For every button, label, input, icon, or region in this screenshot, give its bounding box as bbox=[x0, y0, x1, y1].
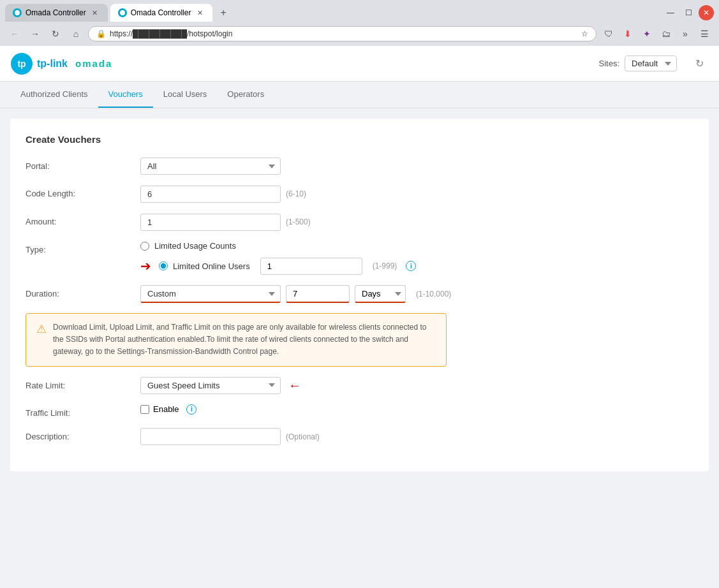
minimize-button[interactable]: — bbox=[663, 5, 678, 20]
nav-actions: 🛡 ⬇ ✦ 🗂 » ☰ bbox=[600, 26, 713, 42]
tp-link-logo: tp tp-link bbox=[10, 52, 68, 75]
tab-1-close[interactable]: ✕ bbox=[90, 8, 100, 18]
type-option2-input[interactable] bbox=[260, 258, 362, 275]
amount-input[interactable] bbox=[140, 214, 281, 231]
amount-row: Amount: (1-500) bbox=[26, 213, 693, 231]
tab-2-close[interactable]: ✕ bbox=[195, 8, 205, 18]
wallet-icon[interactable]: 🗂 bbox=[658, 26, 674, 42]
back-button[interactable]: ← bbox=[6, 26, 23, 42]
rate-limit-label: Rate Limit: bbox=[26, 377, 140, 390]
address-bar[interactable]: 🔒 https://██████████/hotspot/login ☆ bbox=[88, 26, 597, 41]
code-length-hint: (6-10) bbox=[286, 185, 306, 203]
tab-1-icon bbox=[13, 8, 22, 17]
duration-control: Custom Days (1-10,000) bbox=[140, 285, 693, 303]
nav-bar: ← → ↻ ⌂ 🔒 https://██████████/hotspot/log… bbox=[0, 22, 719, 46]
rate-limit-arrow: ← bbox=[288, 378, 308, 393]
tab-2[interactable]: Omada Controller ✕ bbox=[110, 4, 213, 22]
rate-limit-control: Guest Speed Limits ← bbox=[140, 377, 693, 394]
shield-icon[interactable]: 🛡 bbox=[600, 26, 617, 42]
tab-2-icon bbox=[118, 8, 127, 17]
app-header: tp tp-link omada Sites: Default ↻ bbox=[0, 46, 719, 82]
description-hint: (Optional) bbox=[286, 428, 320, 446]
home-button[interactable]: ⌂ bbox=[68, 26, 84, 42]
tab-local-users[interactable]: Local Users bbox=[153, 82, 218, 108]
type-option1-label: Limited Usage Counts bbox=[154, 241, 236, 251]
type-option1-radio[interactable] bbox=[140, 242, 149, 251]
extension-icon[interactable]: ✦ bbox=[639, 26, 655, 42]
type-radio-group: Limited Usage Counts ➔ Limited Online Us… bbox=[140, 241, 693, 275]
download-icon[interactable]: ⬇ bbox=[619, 26, 636, 42]
browser-chrome: Omada Controller ✕ Omada Controller ✕ + … bbox=[0, 0, 719, 46]
type-info-icon[interactable]: i bbox=[406, 261, 416, 271]
portal-label: Portal: bbox=[26, 158, 140, 171]
sites-area: Sites: Default ↻ bbox=[598, 54, 709, 73]
rate-limit-row: Rate Limit: Guest Speed Limits ← bbox=[26, 377, 693, 394]
sites-label: Sites: bbox=[598, 59, 619, 68]
traffic-limit-label: Traffic Limit: bbox=[26, 404, 140, 418]
description-input[interactable] bbox=[140, 428, 281, 445]
traffic-info-icon[interactable]: i bbox=[186, 404, 196, 415]
duration-label: Duration: bbox=[26, 285, 140, 298]
tab-vouchers[interactable]: Vouchers bbox=[98, 82, 153, 108]
tab-1[interactable]: Omada Controller ✕ bbox=[5, 4, 108, 22]
portal-control: All bbox=[140, 158, 693, 175]
description-label: Description: bbox=[26, 428, 140, 441]
tab-1-label: Omada Controller bbox=[26, 8, 86, 17]
svg-point-1 bbox=[120, 10, 125, 15]
svg-point-0 bbox=[15, 10, 20, 15]
menu-icon[interactable]: ☰ bbox=[696, 26, 713, 42]
code-length-control: (6-10) bbox=[140, 185, 693, 203]
svg-text:tp: tp bbox=[17, 59, 26, 69]
type-option2-label: Limited Online Users bbox=[173, 261, 250, 271]
type-option2-radio[interactable] bbox=[159, 261, 168, 270]
close-button[interactable]: ✕ bbox=[699, 5, 714, 20]
portal-row: Portal: All bbox=[26, 158, 693, 175]
description-row: Description: (Optional) bbox=[26, 428, 693, 446]
window-controls: — ☐ ✕ bbox=[663, 5, 714, 20]
duration-controls: Custom Days (1-10,000) bbox=[140, 285, 693, 303]
sites-select[interactable]: Default bbox=[625, 55, 677, 71]
code-length-row: Code Length: (6-10) bbox=[26, 185, 693, 203]
type-row: Type: Limited Usage Counts ➔ Limited Onl… bbox=[26, 241, 693, 275]
reload-button[interactable]: ↻ bbox=[47, 26, 64, 42]
traffic-limit-enable-label: Enable bbox=[153, 404, 179, 414]
type-option2-row: ➔ Limited Online Users (1-999) i bbox=[140, 257, 693, 275]
code-length-label: Code Length: bbox=[26, 185, 140, 198]
main-content: Create Vouchers Portal: All Code Length:… bbox=[0, 108, 719, 588]
warning-text: Download Limit, Upload Limit, and Traffi… bbox=[53, 321, 436, 358]
traffic-limit-controls: Enable i bbox=[140, 404, 693, 415]
duration-unit-select[interactable]: Days bbox=[355, 285, 406, 303]
tab-operators[interactable]: Operators bbox=[217, 82, 274, 108]
traffic-limit-control: Enable i bbox=[140, 404, 693, 415]
duration-select[interactable]: Custom bbox=[140, 285, 281, 303]
amount-hint: (1-500) bbox=[286, 213, 311, 231]
warning-box: ⚠ Download Limit, Upload Limit, and Traf… bbox=[26, 313, 447, 367]
bookmark-icon[interactable]: ☆ bbox=[581, 29, 588, 38]
omada-text: omada bbox=[75, 58, 112, 69]
portal-select[interactable]: All bbox=[140, 158, 281, 175]
type-label: Type: bbox=[26, 241, 140, 254]
description-control: (Optional) bbox=[140, 428, 693, 446]
tab-authorized-clients[interactable]: Authorized Clients bbox=[10, 82, 98, 108]
logo-area: tp tp-link omada bbox=[10, 52, 112, 75]
duration-number-input[interactable] bbox=[286, 285, 350, 303]
rate-limit-select[interactable]: Guest Speed Limits bbox=[140, 377, 281, 394]
traffic-limit-checkbox[interactable] bbox=[140, 405, 149, 414]
tabs-nav: Authorized Clients Vouchers Local Users … bbox=[0, 82, 719, 108]
maximize-button[interactable]: ☐ bbox=[681, 5, 696, 20]
amount-control: (1-500) bbox=[140, 213, 693, 231]
forward-button[interactable]: → bbox=[27, 26, 43, 42]
code-length-input[interactable] bbox=[140, 186, 281, 203]
traffic-limit-row: Traffic Limit: Enable i bbox=[26, 404, 693, 418]
security-icon: 🔒 bbox=[96, 29, 106, 38]
address-text: https://██████████/hotspot/login bbox=[110, 29, 577, 38]
refresh-button[interactable]: ↻ bbox=[690, 54, 709, 73]
more-extensions-icon[interactable]: » bbox=[677, 26, 693, 42]
type-option2-hint: (1-999) bbox=[373, 257, 397, 275]
tab-2-label: Omada Controller bbox=[131, 8, 191, 17]
duration-hint: (1-10,000) bbox=[416, 285, 451, 303]
brand-text: tp-link bbox=[37, 58, 68, 70]
new-tab-button[interactable]: + bbox=[215, 4, 231, 21]
type-control: Limited Usage Counts ➔ Limited Online Us… bbox=[140, 241, 693, 275]
arrow-indicator: ➔ bbox=[140, 258, 151, 274]
